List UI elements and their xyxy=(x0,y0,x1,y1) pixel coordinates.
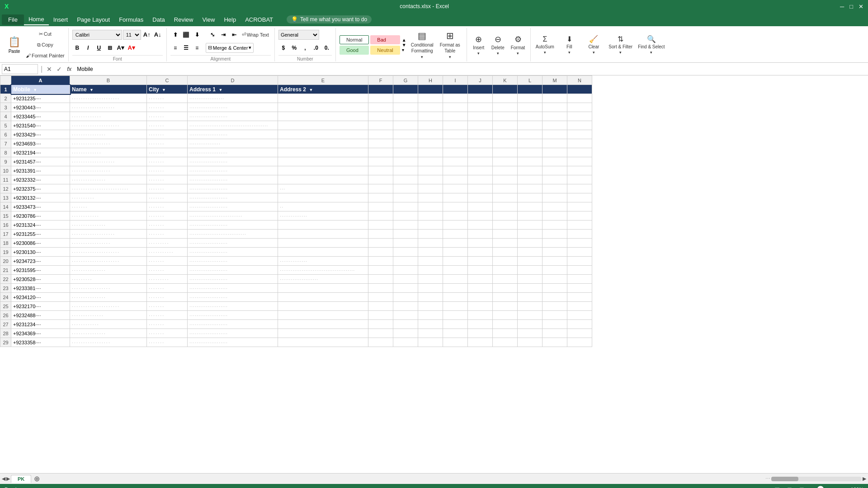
j-cell[interactable] xyxy=(468,275,493,284)
header-g[interactable] xyxy=(393,85,418,94)
help-menu[interactable]: Help xyxy=(219,14,241,25)
col-C-header[interactable]: C xyxy=(147,76,188,85)
k-cell[interactable] xyxy=(493,202,518,211)
col-L-header[interactable]: L xyxy=(518,76,542,85)
l-cell[interactable] xyxy=(518,284,542,293)
city-cell[interactable]: ······· xyxy=(147,103,188,112)
city-cell[interactable]: ········· xyxy=(147,275,188,284)
formula-input[interactable] xyxy=(75,64,866,74)
city-cell[interactable]: ······· xyxy=(147,302,188,311)
g-cell[interactable] xyxy=(393,221,418,230)
m-cell[interactable] xyxy=(542,293,567,302)
g-cell[interactable] xyxy=(393,302,418,311)
h-cell[interactable] xyxy=(418,139,443,148)
h-cell[interactable] xyxy=(418,166,443,175)
k-cell[interactable] xyxy=(493,193,518,202)
g-cell[interactable] xyxy=(393,139,418,148)
addr2-cell[interactable] xyxy=(278,329,368,338)
conditional-formatting-button[interactable]: ▤ ConditionalFormatting ▾ xyxy=(408,33,436,56)
mobile-cell[interactable]: +9230786···· xyxy=(11,211,70,221)
addr2-cell[interactable] xyxy=(278,311,368,320)
addr2-cell[interactable] xyxy=(278,193,368,202)
city-cell[interactable]: ······· xyxy=(147,221,188,230)
mobile-cell[interactable]: +9233473···· xyxy=(11,202,70,211)
addr2-cell[interactable] xyxy=(278,320,368,329)
mobile-cell[interactable]: +9233381···· xyxy=(11,284,70,293)
n-cell[interactable] xyxy=(567,175,592,184)
l-cell[interactable] xyxy=(518,94,542,103)
g-cell[interactable] xyxy=(393,239,418,248)
m-cell[interactable] xyxy=(542,284,567,293)
city-cell[interactable]: ······· xyxy=(147,166,188,175)
m-cell[interactable] xyxy=(542,193,567,202)
align-center-button[interactable]: ☰ xyxy=(181,43,191,53)
i-cell[interactable] xyxy=(443,284,468,293)
home-menu[interactable]: Home xyxy=(24,14,49,25)
h-cell[interactable] xyxy=(418,284,443,293)
name-cell[interactable]: ············ xyxy=(70,320,147,329)
j-cell[interactable] xyxy=(468,202,493,211)
g-cell[interactable] xyxy=(393,175,418,184)
f-cell[interactable] xyxy=(368,257,393,266)
addr1-cell[interactable]: ····················· xyxy=(188,257,278,266)
n-cell[interactable] xyxy=(567,211,592,221)
header-addr1[interactable]: Address 1 ▼ xyxy=(188,85,278,94)
j-cell[interactable] xyxy=(468,248,493,257)
col-D-header[interactable]: D xyxy=(188,76,278,85)
k-cell[interactable] xyxy=(493,275,518,284)
n-cell[interactable] xyxy=(567,257,592,266)
n-cell[interactable] xyxy=(567,103,592,112)
f-cell[interactable] xyxy=(368,175,393,184)
addr2-cell[interactable] xyxy=(278,94,368,103)
i-cell[interactable] xyxy=(443,257,468,266)
decrease-decimal-button[interactable]: 0. xyxy=(322,43,332,53)
city-cell[interactable]: ······· xyxy=(147,94,188,103)
indent-increase-button[interactable]: ⇥ xyxy=(218,30,228,40)
i-cell[interactable] xyxy=(443,221,468,230)
addr1-cell[interactable]: ····················· xyxy=(188,293,278,302)
g-cell[interactable] xyxy=(393,248,418,257)
mobile-cell[interactable]: +9233358···· xyxy=(11,338,70,347)
m-cell[interactable] xyxy=(542,139,567,148)
g-cell[interactable] xyxy=(393,329,418,338)
h-cell[interactable] xyxy=(418,148,443,157)
city-cell[interactable]: ······· xyxy=(147,202,188,211)
m-cell[interactable] xyxy=(542,275,567,284)
g-cell[interactable] xyxy=(393,230,418,239)
mobile-cell[interactable]: +9231595···· xyxy=(11,266,70,275)
i-cell[interactable] xyxy=(443,175,468,184)
l-cell[interactable] xyxy=(518,184,542,193)
j-cell[interactable] xyxy=(468,166,493,175)
j-cell[interactable] xyxy=(468,230,493,239)
l-cell[interactable] xyxy=(518,211,542,221)
name-cell[interactable]: ··············· xyxy=(70,266,147,275)
addr2-cell[interactable] xyxy=(278,139,368,148)
h-cell[interactable] xyxy=(418,193,443,202)
l-cell[interactable] xyxy=(518,139,542,148)
increase-decimal-button[interactable]: .0 xyxy=(311,43,321,53)
k-cell[interactable] xyxy=(493,211,518,221)
addr2-cell[interactable] xyxy=(278,293,368,302)
f-cell[interactable] xyxy=(368,338,393,347)
accounting-button[interactable]: $ xyxy=(278,43,288,53)
sort-filter-button[interactable]: ⇅ Sort & Filter ▾ xyxy=(607,33,634,56)
m-cell[interactable] xyxy=(542,157,567,166)
addr2-cell[interactable] xyxy=(278,175,368,184)
f-cell[interactable] xyxy=(368,112,393,121)
name-cell[interactable]: ··············· xyxy=(70,175,147,184)
j-cell[interactable] xyxy=(468,311,493,320)
g-cell[interactable] xyxy=(393,257,418,266)
header-m[interactable] xyxy=(542,85,567,94)
name-cell[interactable]: ········· xyxy=(70,275,147,284)
h-cell[interactable] xyxy=(418,320,443,329)
h-cell[interactable] xyxy=(418,157,443,166)
k-cell[interactable] xyxy=(493,130,518,139)
addr2-cell[interactable] xyxy=(278,230,368,239)
mobile-cell[interactable]: +9232375···· xyxy=(11,184,70,193)
i-cell[interactable] xyxy=(443,338,468,347)
addr1-cell[interactable]: ····················· xyxy=(188,184,278,193)
l-cell[interactable] xyxy=(518,175,542,184)
i-cell[interactable] xyxy=(443,121,468,130)
add-sheet-button[interactable]: ⊕ xyxy=(32,474,42,483)
m-cell[interactable] xyxy=(542,221,567,230)
